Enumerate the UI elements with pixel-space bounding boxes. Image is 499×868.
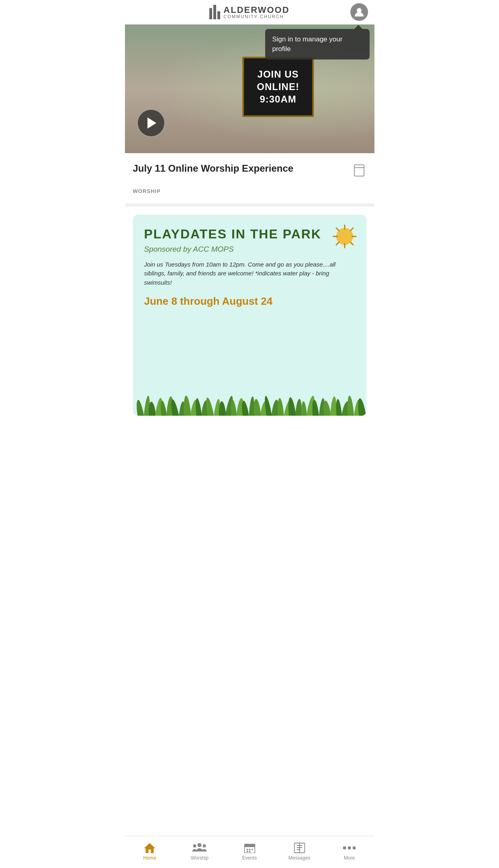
profile-button[interactable] — [350, 3, 368, 21]
svg-point-40 — [301, 401, 307, 416]
sun-decoration — [333, 224, 357, 248]
article-title: July 11 Online Worship Experience — [133, 162, 346, 174]
card-title: PLAYDATES IN THE PARK — [144, 227, 355, 242]
article-tag-row: WORSHIP — [125, 187, 374, 203]
svg-point-36 — [276, 398, 285, 416]
svg-line-9 — [350, 242, 353, 245]
play-button[interactable] — [137, 109, 165, 137]
svg-line-10 — [350, 228, 353, 231]
svg-line-8 — [336, 228, 339, 231]
logo: ALDERWOOD COMMUNITY CHURCH — [209, 5, 289, 19]
section-divider — [125, 203, 374, 207]
card-date: June 8 through August 24 — [144, 295, 355, 308]
profile-icon — [354, 7, 364, 17]
bottom-spacer — [125, 416, 374, 456]
logo-bar-2 — [213, 5, 216, 19]
hero-sign-text: JOIN US ONLINE! 9:30AM — [257, 68, 299, 106]
card-subtitle: Sponsored by ACC MOPS — [144, 245, 355, 254]
card-body: Join us Tuesdays from 10am to 12pm. Come… — [144, 260, 355, 287]
play-icon — [147, 117, 156, 129]
svg-rect-1 — [354, 165, 364, 176]
app-header: ALDERWOOD COMMUNITY CHURCH Sign in to ma… — [125, 0, 374, 25]
bookmark-button[interactable] — [352, 163, 366, 179]
svg-line-11 — [336, 242, 339, 245]
svg-point-48 — [346, 396, 355, 416]
logo-bar-1 — [209, 8, 212, 19]
article-header: July 11 Online Worship Experience — [125, 153, 374, 187]
logo-bar-3 — [217, 11, 220, 19]
logo-name: ALDERWOOD — [223, 6, 289, 14]
grass-svg — [133, 384, 366, 416]
logo-icon — [209, 5, 220, 19]
article-tag: WORSHIP — [133, 188, 161, 194]
grass-decoration — [133, 384, 366, 416]
profile-tooltip: Sign in to manage your profile — [265, 29, 370, 60]
bookmark-icon — [354, 164, 365, 176]
logo-subtitle: COMMUNITY CHURCH — [223, 14, 289, 19]
logo-text: ALDERWOOD COMMUNITY CHURCH — [223, 6, 289, 19]
event-card: PLAYDATES IN THE PARK Sponsored by ACC M… — [133, 215, 366, 416]
svg-point-3 — [339, 231, 350, 242]
hero-sign: JOIN US ONLINE! 9:30AM — [242, 57, 314, 117]
sun-rays — [333, 224, 357, 248]
event-card-section: PLAYDATES IN THE PARK Sponsored by ACC M… — [125, 207, 374, 416]
